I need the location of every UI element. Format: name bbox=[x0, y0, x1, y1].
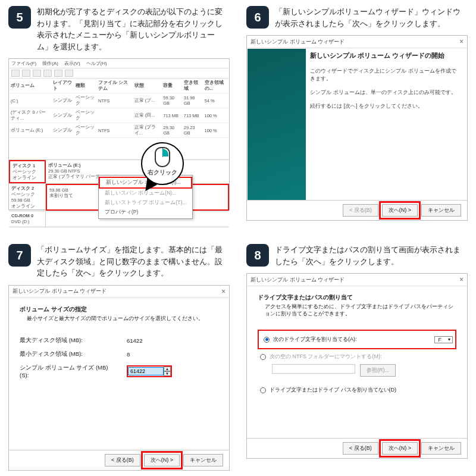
table-row[interactable]: (C:)シンプルベーシックNTFS正常 (ブ...59.30 GB31.96 G… bbox=[9, 93, 229, 108]
next-button[interactable]: 次へ(N) > bbox=[382, 442, 418, 455]
window-title: 新しいシンプル ボリューム ウィザード bbox=[250, 276, 345, 284]
col-layout[interactable]: レイアウト bbox=[51, 79, 74, 93]
step-5: 5 初期化が完了するとディスクの表記が以下のように変わります。「見割り当て」に表… bbox=[0, 0, 238, 238]
tool-icon[interactable] bbox=[22, 70, 30, 77]
col-status[interactable]: 状態 bbox=[133, 79, 161, 93]
menu-help[interactable]: ヘルプ(H) bbox=[86, 60, 107, 67]
drive-letter-dropdown[interactable]: F bbox=[434, 336, 453, 343]
volume-size-input[interactable] bbox=[128, 367, 164, 375]
close-icon[interactable]: × bbox=[221, 287, 226, 296]
tool-icon[interactable] bbox=[54, 70, 62, 77]
wizard-window: 新しいシンプル ボリューム ウィザード × ボリューム サイズの指定 最小サイズ… bbox=[8, 285, 230, 471]
col-type[interactable]: 種類 bbox=[74, 79, 96, 93]
cancel-button[interactable]: キャンセル bbox=[183, 454, 223, 466]
callout-text: 右クリック bbox=[142, 168, 183, 177]
volume-size-label: シンプル ボリューム サイズ (MB)(S): bbox=[20, 364, 109, 378]
tool-icon[interactable] bbox=[43, 70, 52, 77]
mouse-icon bbox=[155, 147, 170, 167]
wizard-subtext: 最小サイズと最大サイズの間でボリュームのサイズを選択してください。 bbox=[27, 315, 218, 322]
back-button: < 戻る(B) bbox=[343, 204, 378, 217]
step-6: 6 「新しいシンプルボリュームウィザード」ウィンドウが表示されましたら「次へ」を… bbox=[238, 0, 476, 238]
max-disk-value: 61422 bbox=[127, 337, 142, 344]
wizard-heading: ボリューム サイズの指定 bbox=[20, 306, 87, 312]
step-description: ドライブ文字またはパスの割り当て画面が表示されましたら「次へ」をクリックします。 bbox=[275, 244, 468, 267]
col-volume[interactable]: ボリューム bbox=[9, 79, 51, 93]
radio-no-assign[interactable] bbox=[260, 387, 266, 393]
toolbar[interactable] bbox=[9, 68, 229, 79]
wizard-text: このウィザードでディスク上にシンプル ボリュームを作成できます。 bbox=[310, 67, 461, 83]
next-button[interactable]: 次へ(N) > bbox=[144, 454, 180, 466]
tool-icon[interactable] bbox=[65, 70, 73, 77]
next-button[interactable]: 次へ(N) > bbox=[382, 204, 418, 217]
spin-down-icon[interactable]: ▼ bbox=[164, 371, 171, 376]
wizard-text: 続行するには [次へ] をクリックしてください。 bbox=[310, 102, 461, 110]
opt-assign-letter-label: 次のドライブ文字を割り当てる(A): bbox=[273, 336, 357, 343]
step-8: 8 ドライブ文字またはパスの割り当て画面が表示されましたら「次へ」をクリックしま… bbox=[238, 238, 476, 476]
col-cap[interactable]: 容量 bbox=[161, 79, 182, 93]
step-7: 7 「ボリュームサイズ」を指定します。基本的には「最大ディスク領域」と同じ数字の… bbox=[0, 238, 238, 476]
wizard-sidebar-graphic bbox=[248, 49, 306, 200]
mount-path-input bbox=[272, 364, 355, 374]
disk1-label: ディスク 1 ベーシック オンライン bbox=[9, 160, 46, 183]
step-description: 初期化が完了するとディスクの表記が以下のように変わります。「見割り当て」に表記部… bbox=[37, 6, 230, 52]
table-row[interactable]: (ディスク 0 パーティ...シンプルベーシック正常 (回...713 MB71… bbox=[9, 108, 229, 123]
menu-new-stripe-volume[interactable]: 新しいストライプ ボリューム(T)... bbox=[99, 198, 192, 208]
step-description: 「新しいシンプルボリュームウィザード」ウィンドウが表示されましたら「次へ」をクリ… bbox=[275, 6, 468, 29]
col-pct[interactable]: 空き領域の... bbox=[203, 79, 230, 93]
volume-table[interactable]: ボリューム レイアウト 種類 ファイル システム 状態 容量 空き領域 空き領域… bbox=[9, 79, 229, 138]
col-fs[interactable]: ファイル システム bbox=[96, 79, 133, 93]
step-badge: 6 bbox=[246, 6, 269, 29]
tool-icon[interactable] bbox=[33, 70, 41, 77]
step-badge: 7 bbox=[8, 244, 31, 267]
step-badge: 8 bbox=[246, 244, 269, 267]
cancel-button[interactable]: キャンセル bbox=[421, 204, 461, 217]
back-button[interactable]: < 戻る(B) bbox=[343, 442, 378, 455]
wizard-heading: 新しいシンプル ボリューム ウィザードの開始 bbox=[310, 51, 461, 60]
window-title: 新しいシンプル ボリューム ウィザード bbox=[12, 287, 107, 295]
opt-mount-folder-label: 次の空の NTFS フォルダーにマウントする(M): bbox=[270, 353, 382, 361]
browse-button: 参照(R)... bbox=[360, 364, 396, 377]
volume-size-spinner[interactable]: ▲▼ bbox=[127, 365, 172, 377]
back-button[interactable]: < 戻る(B) bbox=[105, 454, 140, 466]
wizard-text: シンプル ボリュームは、単一のディスク上にのみ可能です。 bbox=[310, 89, 461, 96]
cancel-button[interactable]: キャンセル bbox=[421, 442, 461, 455]
wizard-window: 新しいシンプル ボリューム ウィザード × 新しいシンプル ボリューム ウィザー… bbox=[246, 35, 468, 221]
window-title: 新しいシンプル ボリューム ウィザード bbox=[250, 38, 345, 46]
menu-view[interactable]: 表示(V) bbox=[64, 60, 80, 67]
radio-assign-letter[interactable] bbox=[264, 337, 270, 343]
menu-action[interactable]: 操作(A) bbox=[42, 60, 58, 67]
assign-drive-letter-row: 次のドライブ文字を割り当てる(A): F bbox=[258, 330, 456, 349]
menu-file[interactable]: ファイル(F) bbox=[11, 60, 36, 67]
menubar[interactable]: ファイル(F) 操作(A) 表示(V) ヘルプ(H) bbox=[9, 59, 229, 68]
step-description: 「ボリュームサイズ」を指定します。基本的には「最大ディスク領域」と同じ数字のまま… bbox=[37, 244, 230, 279]
step-badge: 5 bbox=[8, 6, 31, 29]
wizard-window: 新しいシンプル ボリューム ウィザード × ドライブ文字またはパスの割り当て ア… bbox=[246, 273, 468, 459]
close-icon[interactable]: × bbox=[459, 37, 464, 46]
disk-management-window: ファイル(F) 操作(A) 表示(V) ヘルプ(H) ボリューム レイアウト 種… bbox=[8, 58, 230, 210]
min-disk-label: 最小ディスク領域 (MB): bbox=[20, 350, 109, 358]
max-disk-label: 最大ディスク領域 (MB): bbox=[20, 337, 109, 345]
wizard-heading: ドライブ文字またはパスの割り当て bbox=[258, 294, 353, 300]
spin-up-icon[interactable]: ▲ bbox=[164, 367, 171, 371]
radio-mount-folder[interactable] bbox=[260, 354, 266, 360]
min-disk-value: 8 bbox=[127, 351, 130, 358]
wizard-subtext: アクセスを簡単にするために、ドライブ文字またはドライブ パスをパーティションに割… bbox=[265, 303, 456, 318]
opt-no-assign-label: ドライブ文字またはドライブ パスを割り当てない(D) bbox=[270, 386, 396, 394]
col-free[interactable]: 空き領域 bbox=[182, 79, 203, 93]
table-row[interactable]: ボリューム (E:)シンプルベーシックNTFS正常 (プライ...29.30 G… bbox=[9, 123, 229, 138]
menu-properties[interactable]: プロパティ(P) bbox=[99, 208, 192, 217]
close-icon[interactable]: × bbox=[459, 275, 464, 284]
tool-icon[interactable] bbox=[11, 70, 20, 77]
